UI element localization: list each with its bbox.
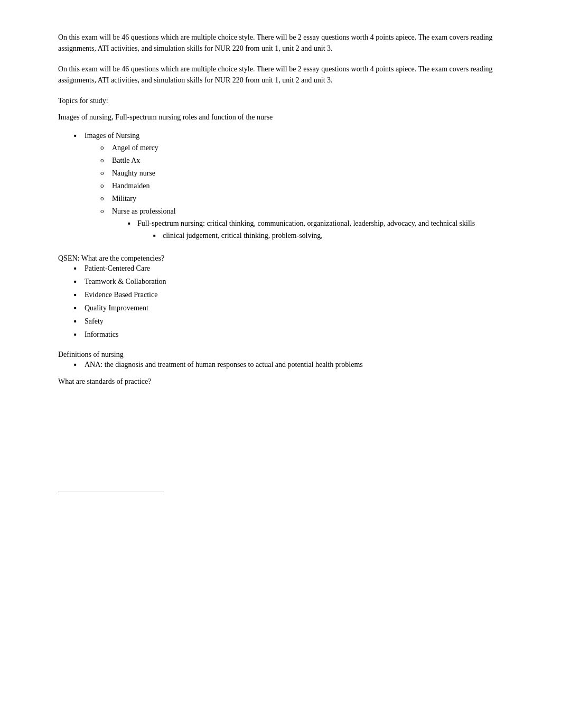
qsen-evidence-label: Evidence Based Practice xyxy=(85,289,157,300)
clinical-label: clinical judgement, critical thinking, p… xyxy=(163,230,323,241)
bullet-qsen-6: ■ xyxy=(74,331,79,338)
qsen-safety-label: Safety xyxy=(85,316,104,327)
qsen-heading: QSEN: What are the competencies? xyxy=(58,254,503,263)
military-label: Military xyxy=(112,193,136,204)
bullet-qsen-5: ■ xyxy=(74,318,79,325)
bullet-o-1: o xyxy=(100,142,107,153)
qsen-item-quality: ■ Quality Improvement xyxy=(74,302,503,314)
list-item-angel: o Angel of mercy xyxy=(100,142,475,153)
fullspectrum-label: Full-spectrum nursing: critical thinking… xyxy=(137,219,475,227)
bullet-def-1: ■ xyxy=(74,362,79,368)
images-nursing-heading: Images of Nursing xyxy=(85,132,139,140)
list-item-handmaiden: o Handmaiden xyxy=(100,180,475,191)
bullet-o-4: o xyxy=(100,180,107,191)
naughty-label: Naughty nurse xyxy=(112,168,155,179)
bullet-qsen-2: ■ xyxy=(74,279,79,285)
definitions-list: ■ ANA: the diagnosis and treatment of hu… xyxy=(74,359,503,370)
qsen-section: QSEN: What are the competencies? ■ Patie… xyxy=(58,254,503,340)
bullet-o-6: o xyxy=(100,206,107,216)
qsen-item-patient: ■ Patient-Centered Care xyxy=(74,263,503,274)
bullet-o-2: o xyxy=(100,155,107,165)
bottom-line xyxy=(58,492,164,492)
qsen-quality-label: Quality Improvement xyxy=(85,302,148,314)
qsen-teamwork-label: Teamwork & Collaboration xyxy=(85,276,166,287)
ana-label: ANA: the diagnosis and treatment of huma… xyxy=(85,359,363,370)
list-item-military: o Military xyxy=(100,193,475,204)
definitions-ana-item: ■ ANA: the diagnosis and treatment of hu… xyxy=(74,359,503,370)
bullet-o-3: o xyxy=(100,168,107,178)
fullspectrum-sublist: ■ clinical judgement, critical thinking,… xyxy=(153,230,475,241)
list-item-clinical: ■ clinical judgement, critical thinking,… xyxy=(153,230,475,241)
angel-label: Angel of mercy xyxy=(112,142,158,153)
definitions-heading: Definitions of nursing xyxy=(58,351,503,359)
list-item-images-nursing: ■ Images of Nursing o Angel of mercy o B… xyxy=(74,130,503,246)
bullet-o-5: o xyxy=(100,193,107,204)
qsen-informatics-label: Informatics xyxy=(85,329,119,340)
standards-heading: What are standards of practice? xyxy=(58,377,503,386)
bullet-square-1: ■ xyxy=(74,133,79,139)
intro-line: Images of nursing, Full-spectrum nursing… xyxy=(58,112,503,123)
battle-ax-label: Battle Ax xyxy=(112,155,140,166)
page-container: On this exam will be 46 questions which … xyxy=(0,0,561,535)
list-item-naughty: o Naughty nurse xyxy=(100,168,475,179)
bullet-square-3: ■ xyxy=(128,220,133,227)
images-nursing-list: ■ Images of Nursing o Angel of mercy o B… xyxy=(74,130,503,246)
bullet-qsen-3: ■ xyxy=(74,292,79,298)
paragraph-2: On this exam will be 46 questions which … xyxy=(58,63,503,86)
definitions-section: Definitions of nursing ■ ANA: the diagno… xyxy=(58,351,503,370)
list-item-battle-ax: o Battle Ax xyxy=(100,155,475,166)
bullet-qsen-1: ■ xyxy=(74,265,79,272)
paragraph-1: On this exam will be 46 questions which … xyxy=(58,32,503,54)
qsen-item-evidence: ■ Evidence Based Practice xyxy=(74,289,503,300)
qsen-list: ■ Patient-Centered Care ■ Teamwork & Col… xyxy=(74,263,503,340)
standards-section: What are standards of practice? xyxy=(58,377,503,386)
qsen-item-safety: ■ Safety xyxy=(74,316,503,327)
list-item-nurse-professional: o Nurse as professional ■ Full-spectrum … xyxy=(100,206,475,244)
nurse-professional-sublist: ■ Full-spectrum nursing: critical thinki… xyxy=(128,218,475,243)
qsen-patient-label: Patient-Centered Care xyxy=(85,263,150,274)
list-item-fullspectrum: ■ Full-spectrum nursing: critical thinki… xyxy=(128,218,475,243)
nurse-professional-label: Nurse as professional xyxy=(112,207,176,215)
qsen-item-teamwork: ■ Teamwork & Collaboration xyxy=(74,276,503,287)
qsen-item-informatics: ■ Informatics xyxy=(74,329,503,340)
bullet-square-4: ■ xyxy=(153,233,158,239)
topics-label: Topics for study: xyxy=(58,95,503,106)
bullet-qsen-4: ■ xyxy=(74,305,79,311)
images-nursing-sublist: o Angel of mercy o Battle Ax o Naughty n… xyxy=(100,142,475,244)
handmaiden-label: Handmaiden xyxy=(112,180,150,191)
